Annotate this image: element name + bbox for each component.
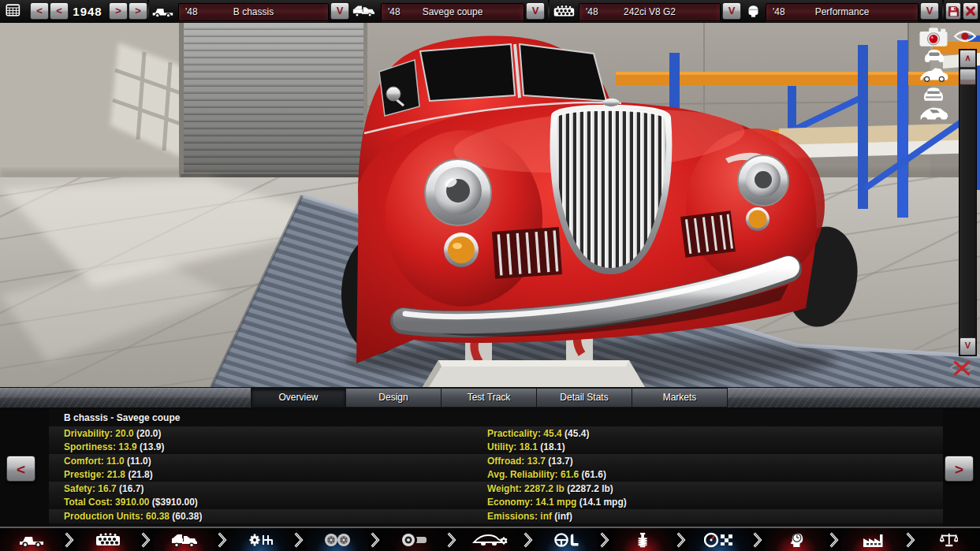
stat-paren-value: (13.7) <box>546 456 573 467</box>
stat-paren-value: (20.0) <box>134 428 162 439</box>
stat-cell: Utility: 18.1 (18.1) <box>475 441 943 452</box>
stat-paren-value: (45.4) <box>562 428 590 439</box>
tab-test-track[interactable]: Test Track <box>442 388 537 408</box>
chevron-separator-icon <box>827 528 841 551</box>
stat-row: Sportiness: 13.9 (13.9)Utility: 18.1 (18… <box>49 441 943 455</box>
bottom-nav-wheels[interactable] <box>306 528 368 551</box>
bottom-nav-test-track[interactable] <box>688 528 751 551</box>
toolbar-divider <box>942 0 944 23</box>
bottom-nav-markets[interactable] <box>918 528 980 551</box>
factory-icon <box>861 532 885 548</box>
tab-markets[interactable]: Markets <box>632 388 728 408</box>
stat-paren-value: (16.7) <box>117 483 144 494</box>
turn-signal-right <box>749 210 767 229</box>
visibility-toggle-button[interactable] <box>953 29 977 43</box>
year-next-fast-button[interactable]: > <box>129 2 147 20</box>
camera-icon <box>918 26 949 48</box>
bottom-nav-factory[interactable] <box>841 528 904 551</box>
stat-label-value: Emissions: inf <box>487 511 552 522</box>
engine-dropdown[interactable]: '48 242ci V8 G2 <box>579 3 721 21</box>
automation-car-designer: < < 1948 > > '48 B chassis V '48 Savege … <box>0 0 980 551</box>
close-button[interactable] <box>963 2 978 20</box>
trim-dropdown[interactable]: '48 Performance <box>766 3 919 21</box>
car-title: B chassis - Savege coupe <box>64 412 180 423</box>
bottom-nav-brakes[interactable] <box>382 528 445 551</box>
stat-paren-value: (11.0) <box>125 456 151 467</box>
stat-label-value: Safety: 16.7 <box>64 483 117 494</box>
view-three-quarter-button[interactable] <box>919 104 950 122</box>
eye-crossed-icon <box>948 358 976 378</box>
stat-cell: Weight: 2287.2 lb (2287.2 lb) <box>475 483 943 494</box>
photo-mode-button[interactable] <box>918 26 949 48</box>
chevron-separator-icon <box>751 528 765 551</box>
stat-paren-value: (13.9) <box>137 441 165 452</box>
scrollbar-track[interactable] <box>960 85 976 337</box>
panel-prev-button[interactable]: < <box>6 456 35 482</box>
chevron-separator-icon <box>139 528 153 551</box>
gearbox-icon <box>248 532 274 548</box>
year-next-button[interactable]: > <box>109 2 128 20</box>
stat-cell: Total Cost: 3910.00 ($3910.00) <box>49 497 475 508</box>
tab-detail-stats[interactable]: Detail Stats <box>537 388 632 408</box>
chassis-dropdown[interactable]: '48 B chassis <box>178 3 329 21</box>
year-prev-fast-button[interactable]: < <box>30 2 49 20</box>
save-button[interactable] <box>945 2 961 20</box>
stat-paren-value: ($3910.00) <box>149 497 197 508</box>
bottom-nav-review[interactable] <box>765 528 827 551</box>
engine-icon <box>553 5 576 18</box>
scrollbar-thumb[interactable] <box>960 69 976 85</box>
trim-dropdown-button[interactable]: V <box>920 2 939 20</box>
body-carrier-icon <box>352 4 375 17</box>
chevron-separator-icon <box>62 528 76 551</box>
body-dropdown-button[interactable]: V <box>526 2 545 20</box>
stat-cell: Economy: 14.1 mpg (14.1 mpg) <box>475 497 943 508</box>
stat-paren-value: (inf) <box>552 511 572 522</box>
stat-label-value: Total Cost: 3910.00 <box>64 497 149 508</box>
trim-icon <box>746 4 761 17</box>
body-dropdown[interactable]: '48 Savege coupe <box>381 3 524 21</box>
bottom-nav-suspension[interactable] <box>612 528 674 551</box>
scroll-down-button[interactable]: V <box>960 337 976 356</box>
chassis-dropdown-button[interactable]: V <box>330 2 349 20</box>
overview-stats-panel: < > B chassis - Savege coupe Drivability… <box>0 408 980 527</box>
stat-label-value: Utility: 18.1 <box>487 441 538 452</box>
scroll-up-button[interactable]: ∧ <box>960 50 976 68</box>
stat-row: Safety: 16.7 (16.7)Weight: 2287.2 lb (22… <box>49 482 943 496</box>
hide-overlay-button[interactable] <box>948 358 976 378</box>
markets-icon <box>940 532 959 548</box>
trim-name: Performance <box>766 6 918 17</box>
chassis-name: B chassis <box>179 6 328 17</box>
viewport-scrollbar[interactable]: ∧ V <box>959 49 977 356</box>
bottom-nav-chassis[interactable] <box>0 528 62 551</box>
chevron-separator-icon <box>445 528 459 551</box>
stat-paren-value: (2287.2 lb) <box>565 483 613 494</box>
stat-label-value: Weight: 2287.2 lb <box>487 483 565 494</box>
view-front-button[interactable] <box>920 47 948 65</box>
engine-dropdown-button[interactable]: V <box>722 2 741 20</box>
tab-overview[interactable]: Overview <box>251 388 346 408</box>
roller-door <box>179 23 367 180</box>
brakes-icon <box>401 532 427 548</box>
bottom-nav-engine[interactable] <box>76 528 139 551</box>
stat-row: Drivability: 20.0 (20.0)Practicality: 45… <box>49 426 943 441</box>
year-prev-button[interactable]: < <box>50 2 69 20</box>
year-label: 1948 <box>69 5 106 18</box>
bottom-nav-interior[interactable] <box>535 528 598 551</box>
view-rear-button[interactable] <box>920 85 947 102</box>
garage-3d-viewport[interactable]: ∧ V <box>0 23 980 387</box>
stat-row: Prestige: 21.8 (21.8)Avg. Reliability: 6… <box>49 468 943 482</box>
view-side-button[interactable] <box>919 66 950 83</box>
tab-design[interactable]: Design <box>346 388 442 408</box>
bottom-nav-bar <box>0 527 980 551</box>
chevron-separator-icon <box>292 528 306 551</box>
body-name: Savege coupe <box>382 6 524 17</box>
stat-label-value: Avg. Reliability: 61.6 <box>487 469 579 480</box>
bottom-nav-gearbox[interactable] <box>229 528 292 551</box>
suspension-icon <box>635 532 650 548</box>
stat-cell: Emissions: inf (inf) <box>475 511 943 522</box>
panel-next-button[interactable]: > <box>945 456 974 482</box>
bottom-nav-body[interactable] <box>153 528 215 551</box>
stat-label-value: Practicality: 45.4 <box>487 428 562 439</box>
bottom-nav-aerodynamics[interactable] <box>459 528 521 551</box>
stat-paren-value: (21.8) <box>125 469 153 480</box>
